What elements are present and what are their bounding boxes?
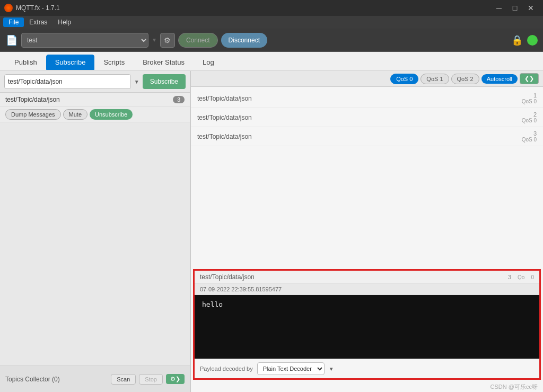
more-options-button[interactable]: ❮❯ (520, 73, 539, 84)
message-list: test/Topic/data/json 1 QoS 0 test/Topic/… (191, 87, 543, 267)
app-title: MQTT.fx - 1.7.1 (16, 4, 491, 12)
menu-extras[interactable]: Extras (24, 17, 52, 27)
autoscroll-button[interactable]: Autoscroll (481, 74, 518, 84)
stop-button[interactable]: Stop (139, 374, 163, 385)
toolbar: 📄 test ▼ ⚙ Connect Disconnect 🔒 (0, 29, 543, 52)
right-panel: QoS 0 QoS 1 QoS 2 Autoscroll ❮❯ test/Top… (191, 71, 543, 392)
watermark: CSDN @可乐cc呀 (191, 382, 543, 392)
msg-topic-2: test/Topic/data/json (197, 114, 518, 121)
disconnect-button[interactable]: Disconnect (221, 33, 267, 48)
connection-select[interactable]: test (21, 33, 148, 48)
msg-meta-2: 2 QoS 0 (518, 111, 537, 123)
detail-meta: 3 Qo 0 (508, 274, 534, 280)
topic-input[interactable] (4, 74, 131, 89)
detail-panel: test/Topic/data/json 3 Qo 0 07-09-2022 2… (193, 269, 541, 380)
decoder-dropdown-icon: ▼ (329, 366, 334, 372)
close-button[interactable]: ✕ (523, 0, 539, 16)
msg-meta-1: 1 QoS 0 (518, 92, 537, 104)
subscription-list: test/Topic/data/json 3 Dump Messages Mut… (0, 93, 190, 366)
detail-timestamp: 07-09-2022 22:39:55.81595477 (195, 284, 539, 295)
tab-broker-status[interactable]: Broker Status (134, 55, 194, 70)
unsubscribe-button[interactable]: Unsubscribe (90, 109, 133, 120)
msg-meta-3: 3 QoS 0 (518, 130, 537, 142)
collector-settings-button[interactable]: ⚙❯ (166, 374, 185, 384)
toolbar-right: 🔒 (511, 34, 538, 46)
decoder-select[interactable]: Plain Text Decoder Hex Decoder Base64 De… (257, 362, 325, 375)
msg-num-2: 2 (526, 111, 537, 118)
subscribe-input-bar: ▼ Subscribe (0, 71, 190, 93)
message-entry-1[interactable]: test/Topic/data/json 1 QoS 0 (191, 89, 543, 108)
tab-scripts[interactable]: Scripts (94, 55, 134, 70)
subscription-count-badge: 3 (173, 96, 185, 103)
qos0-button[interactable]: QoS 0 (390, 74, 418, 84)
detail-topic-label: test/Topic/data/json (200, 273, 508, 281)
subscription-item[interactable]: test/Topic/data/json 3 (0, 93, 190, 107)
subscription-actions: Dump Messages Mute Unsubscribe (0, 107, 190, 122)
tab-log[interactable]: Log (194, 55, 223, 70)
tab-publish[interactable]: Publish (5, 55, 46, 70)
settings-gear-button[interactable]: ⚙ (160, 33, 175, 48)
window-controls: ─ □ ✕ (491, 0, 539, 16)
app-icon (4, 4, 13, 12)
msg-num-1: 1 (526, 92, 537, 99)
menu-bar: File Extras Help (0, 16, 543, 29)
menu-help[interactable]: Help (52, 17, 76, 27)
left-panel: ▼ Subscribe test/Topic/data/json 3 Dump … (0, 71, 191, 392)
topic-dropdown-icon[interactable]: ▼ (134, 79, 139, 85)
msg-topic-1: test/Topic/data/json (197, 95, 518, 102)
decoder-label: Payload decoded by (200, 366, 253, 372)
menu-file[interactable]: File (3, 17, 24, 27)
topics-collector: Topics Collector (0) Scan Stop ⚙❯ (0, 366, 190, 392)
detail-qos-value: 0 (531, 274, 534, 280)
qos2-button[interactable]: QoS 2 (451, 74, 479, 84)
subscription-topic-name: test/Topic/data/json (5, 96, 173, 103)
tab-bar: Publish Subscribe Scripts Broker Status … (0, 52, 543, 71)
msg-qos-1: QoS 0 (522, 99, 537, 104)
msg-topic-3: test/Topic/data/json (197, 133, 518, 140)
detail-payload: hello (195, 295, 539, 359)
minimize-button[interactable]: ─ (491, 0, 507, 16)
scan-button[interactable]: Scan (111, 374, 136, 385)
mute-button[interactable]: Mute (63, 109, 87, 120)
detail-message-num: 3 (508, 274, 511, 280)
lock-icon: 🔒 (511, 34, 523, 46)
detail-footer: Payload decoded by Plain Text Decoder He… (195, 359, 539, 378)
qos1-button[interactable]: QoS 1 (421, 74, 449, 84)
document-icon: 📄 (5, 34, 18, 47)
main-content: ▼ Subscribe test/Topic/data/json 3 Dump … (0, 71, 543, 392)
msg-qos-2: QoS 0 (522, 118, 537, 123)
msg-num-3: 3 (526, 130, 537, 137)
detail-header: test/Topic/data/json 3 Qo 0 (195, 271, 539, 284)
maximize-button[interactable]: □ (507, 0, 523, 16)
tab-subscribe[interactable]: Subscribe (46, 55, 95, 70)
title-bar: MQTT.fx - 1.7.1 ─ □ ✕ (0, 0, 543, 16)
connect-button[interactable]: Connect (178, 33, 218, 48)
connection-status-indicator (527, 35, 538, 46)
message-entry-3[interactable]: test/Topic/data/json 3 QoS 0 (191, 127, 543, 146)
subscribe-button[interactable]: Subscribe (143, 74, 186, 89)
detail-qos-label: Qo (518, 274, 524, 280)
dump-messages-button[interactable]: Dump Messages (5, 109, 61, 120)
topics-collector-label: Topics Collector (0) (5, 376, 108, 383)
right-qos-bar: QoS 0 QoS 1 QoS 2 Autoscroll ❮❯ (191, 71, 543, 87)
msg-qos-3: QoS 0 (522, 137, 537, 142)
message-entry-2[interactable]: test/Topic/data/json 2 QoS 0 (191, 108, 543, 127)
dropdown-arrow-icon: ▼ (152, 37, 157, 43)
